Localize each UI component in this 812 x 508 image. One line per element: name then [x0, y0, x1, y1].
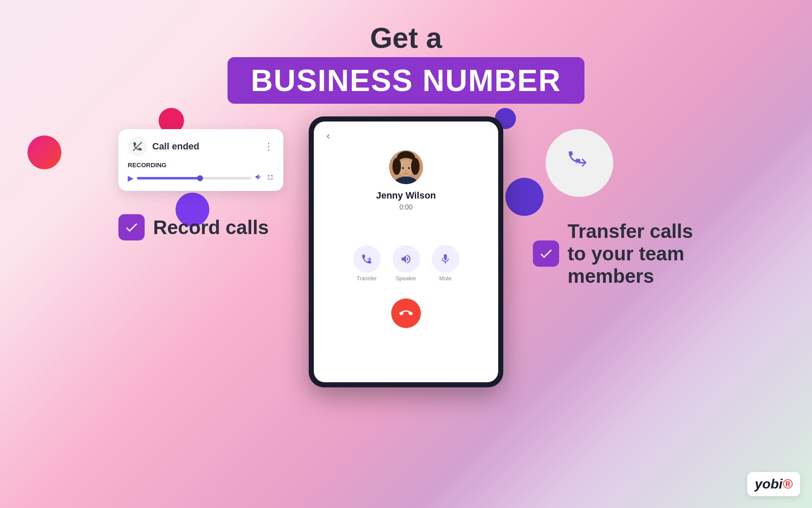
call-ended-left: Call ended — [128, 137, 199, 156]
speaker-button[interactable] — [392, 245, 420, 273]
call-ended-title: Call ended — [152, 141, 199, 152]
call-ended-card: Call ended ⋮ RECORDING ▶ — [118, 129, 283, 191]
end-call-icon — [399, 306, 413, 320]
header-line2: BUSINESS NUMBER — [228, 57, 584, 104]
svg-point-13 — [579, 162, 580, 164]
mute-icon — [439, 253, 451, 265]
play-button[interactable]: ▶ — [128, 174, 134, 183]
call-timer: 0:00 — [399, 204, 412, 211]
transfer-checkmark-icon — [538, 246, 554, 261]
svg-point-12 — [576, 162, 577, 164]
contact-name: Jenny Wilson — [376, 190, 436, 201]
tablet-container: ‹ — [304, 116, 508, 387]
transfer-button[interactable] — [353, 245, 381, 273]
speaker-icon — [400, 253, 412, 265]
yobi-text: yobi® — [755, 476, 793, 491]
audio-player: ▶ — [128, 173, 274, 183]
call-icon-circle — [128, 137, 147, 156]
svg-point-11 — [405, 170, 407, 171]
progress-thumb — [197, 175, 203, 181]
transfer-calls-checkbox — [533, 240, 559, 267]
right-panel: Transfer callsto your teammembers — [516, 116, 719, 287]
progress-fill — [137, 177, 200, 179]
record-calls-checkbox — [118, 214, 145, 240]
record-calls-label: Record calls — [153, 217, 269, 238]
expand-icon[interactable] — [266, 174, 274, 183]
svg-point-6 — [392, 158, 401, 175]
transfer-icon — [361, 253, 373, 265]
progress-bar[interactable] — [137, 177, 251, 179]
expand-svg — [266, 174, 274, 181]
speaker-label: Speaker — [396, 275, 416, 282]
record-calls-feature: Record calls — [118, 214, 269, 240]
transfer-calls-label: Transfer callsto your teammembers — [568, 220, 693, 287]
contact-avatar — [389, 150, 423, 184]
phone-ended-icon — [132, 141, 143, 152]
speaker-control: Speaker — [392, 245, 420, 282]
svg-point-10 — [408, 167, 410, 169]
checkmark-icon — [124, 220, 139, 235]
tablet-frame: ‹ — [309, 116, 503, 387]
transfer-calls-feature: Transfer callsto your teammembers — [533, 220, 693, 287]
transfer-control: Transfer — [353, 245, 381, 282]
back-chevron-icon[interactable]: ‹ — [326, 130, 330, 141]
left-panel: Call ended ⋮ RECORDING ▶ — [93, 116, 296, 240]
yobi-logo: yobi® — [747, 472, 800, 496]
three-dots-menu[interactable]: ⋮ — [263, 141, 274, 152]
volume-icon[interactable] — [255, 173, 263, 183]
svg-point-9 — [402, 167, 404, 169]
mute-label: Mute — [439, 275, 452, 282]
yobi-word: yobi — [755, 476, 783, 491]
call-ended-header: Call ended ⋮ — [128, 137, 274, 156]
header: Get a BUSINESS NUMBER — [0, 0, 812, 104]
mute-control: Mute — [432, 245, 459, 282]
svg-point-14 — [582, 162, 583, 164]
main-content: Call ended ⋮ RECORDING ▶ — [0, 104, 812, 387]
recording-label: RECORDING — [128, 161, 274, 168]
transfer-icon-circle — [546, 129, 613, 197]
tablet-screen: ‹ — [314, 121, 498, 382]
end-call-button[interactable] — [391, 298, 421, 328]
avatar-svg — [389, 150, 423, 184]
transfer-label: Transfer — [357, 275, 377, 282]
mute-button[interactable] — [432, 245, 459, 273]
header-line1: Get a — [0, 23, 812, 52]
volume-svg — [255, 173, 263, 181]
svg-point-7 — [411, 158, 420, 175]
transfer-circle-icon — [560, 144, 598, 182]
call-controls: Transfer Speaker — [353, 245, 459, 282]
tablet-back-btn[interactable]: ‹ — [326, 130, 486, 142]
yobi-dot: ® — [782, 476, 793, 491]
